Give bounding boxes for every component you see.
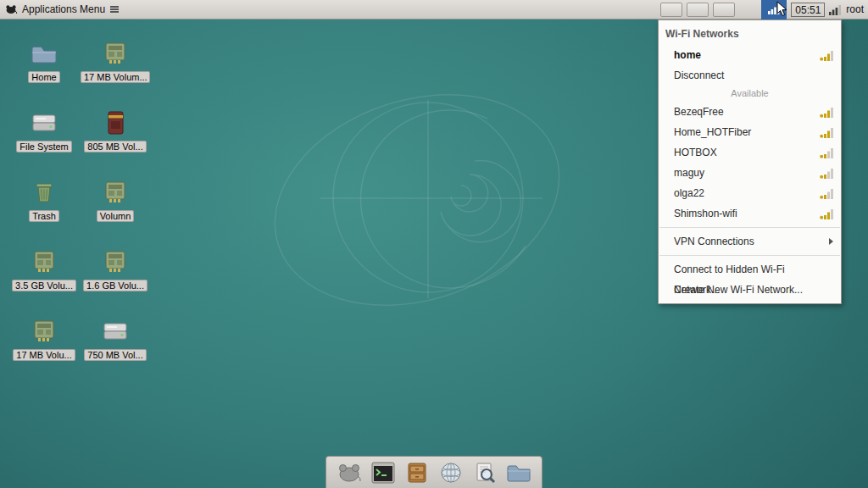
connect-hidden-network-item[interactable]: Connect to Hidden Wi-Fi Network... xyxy=(659,259,841,280)
wifi-network-name: home xyxy=(674,49,701,61)
desktop-root: Applications Menu 05:51 xyxy=(0,0,868,488)
wifi-networks-menu: Wi-Fi Networks home Disconnect Available… xyxy=(658,19,842,304)
top-panel: Applications Menu 05:51 xyxy=(0,0,868,19)
clock[interactable]: 05:51 xyxy=(791,3,825,17)
desktop-icon-label: 17 MB Volu... xyxy=(13,349,75,361)
panel-button-3[interactable] xyxy=(713,3,735,17)
wifi-signal-icon xyxy=(820,147,834,158)
wifi-signal-icon xyxy=(820,187,834,199)
wifi-connected-network[interactable]: home xyxy=(659,45,841,65)
create-new-network-label: Create New Wi-Fi Network... xyxy=(674,284,803,296)
xfce-mouse-icon[interactable] xyxy=(337,460,362,485)
desktop-icon-label: File System xyxy=(16,141,71,152)
menu-list-icon xyxy=(110,6,119,13)
app-finder-icon[interactable] xyxy=(472,460,498,485)
hard-drive-icon xyxy=(102,315,129,347)
signal-strength-icon[interactable] xyxy=(829,4,842,15)
wifi-network-item[interactable]: Shimshon-wifi xyxy=(659,203,841,224)
desktop-icon-volume[interactable]: 750 MB Vol... xyxy=(80,312,151,381)
removable-volume-icon xyxy=(31,315,57,347)
wifi-signal-icon xyxy=(820,167,834,179)
wifi-network-item[interactable]: BezeqFree xyxy=(659,102,841,122)
create-new-network-item[interactable]: Create New Wi-Fi Network... xyxy=(659,280,841,300)
desktop-icon-grid: Home 17 MB Volum... xyxy=(8,34,151,381)
file-manager-icon[interactable] xyxy=(506,460,531,485)
network-applet-button[interactable] xyxy=(761,0,787,19)
folder-icon xyxy=(30,37,58,69)
terminal-icon[interactable] xyxy=(370,460,396,485)
desktop-icon-volume[interactable]: Volumn xyxy=(80,173,151,242)
wifi-menu-title: Wi-Fi Networks xyxy=(659,24,841,45)
desktop-icon-label: 805 MB Vol... xyxy=(84,141,146,152)
xfce-mouse-icon xyxy=(5,4,17,14)
desktop-icon-volume[interactable]: 17 MB Volu... xyxy=(8,312,80,381)
panel-tray: 05:51 root xyxy=(660,0,865,19)
wifi-network-item[interactable]: HOTBOX xyxy=(659,142,841,163)
wifi-signal-icon xyxy=(820,126,834,138)
desktop-icon-trash[interactable]: Trash xyxy=(8,173,80,242)
wifi-network-item[interactable]: Home_HOTFiber xyxy=(659,122,841,142)
web-browser-icon[interactable] xyxy=(438,460,464,485)
panel-button-2[interactable] xyxy=(687,3,709,17)
wifi-network-name: olga22 xyxy=(674,187,704,199)
wifi-network-item[interactable]: olga22 xyxy=(659,183,841,203)
bottom-dock xyxy=(326,456,542,488)
mouse-cursor xyxy=(776,1,788,18)
wifi-network-name: HOTBOX xyxy=(674,147,717,158)
removable-volume-icon xyxy=(31,246,57,278)
desktop-icon-label: Trash xyxy=(29,210,59,222)
wifi-signal-icon xyxy=(820,106,834,118)
vpn-connections-label: VPN Connections xyxy=(674,236,754,247)
wifi-network-name: BezeqFree xyxy=(674,106,724,118)
desktop-icon-label: Volumn xyxy=(97,210,135,222)
submenu-arrow-icon xyxy=(829,238,833,245)
drawer-icon[interactable] xyxy=(404,460,430,485)
desktop-icon-label: 1.6 GB Volu... xyxy=(83,280,147,291)
wifi-signal-icon xyxy=(820,49,834,61)
desktop-icon-volume[interactable]: 1.6 GB Volu... xyxy=(80,242,151,312)
media-volume-icon xyxy=(103,107,127,139)
desktop-icon-label: 17 MB Volum... xyxy=(81,71,150,83)
removable-volume-icon xyxy=(103,176,128,208)
user-label[interactable]: root xyxy=(846,3,865,15)
applications-menu-button[interactable]: Applications Menu xyxy=(3,3,119,15)
wifi-network-item[interactable]: maguy xyxy=(659,163,841,183)
desktop-icon-label: Home xyxy=(28,71,59,83)
wifi-signal-icon xyxy=(820,208,834,219)
wifi-disconnect-label: Disconnect xyxy=(674,69,724,81)
desktop-icon-label: 3.5 GB Volu... xyxy=(12,280,76,291)
desktop-icon-volume[interactable]: 3.5 GB Volu... xyxy=(8,242,80,312)
removable-volume-icon xyxy=(103,37,128,69)
wifi-available-header: Available xyxy=(659,86,841,102)
removable-volume-icon xyxy=(103,246,128,278)
desktop-icon-filesystem[interactable]: File System xyxy=(8,103,80,173)
desktop-icon-home[interactable]: Home xyxy=(8,34,80,103)
wifi-network-name: maguy xyxy=(674,167,704,179)
wifi-network-name: Shimshon-wifi xyxy=(674,208,737,219)
applications-menu-label: Applications Menu xyxy=(22,3,105,15)
hard-drive-icon xyxy=(31,107,58,139)
desktop-icon-volume[interactable]: 17 MB Volum... xyxy=(80,34,151,103)
vpn-connections-item[interactable]: VPN Connections xyxy=(659,231,841,252)
desktop-icon-label: 750 MB Vol... xyxy=(84,349,146,361)
trash-icon xyxy=(31,176,57,208)
menu-separator xyxy=(659,227,840,228)
wifi-network-name: Home_HOTFiber xyxy=(674,126,751,138)
desktop-icon-volume[interactable]: 805 MB Vol... xyxy=(80,103,151,173)
wifi-disconnect[interactable]: Disconnect xyxy=(659,65,841,86)
panel-button-1[interactable] xyxy=(660,3,682,17)
menu-separator xyxy=(659,255,840,256)
